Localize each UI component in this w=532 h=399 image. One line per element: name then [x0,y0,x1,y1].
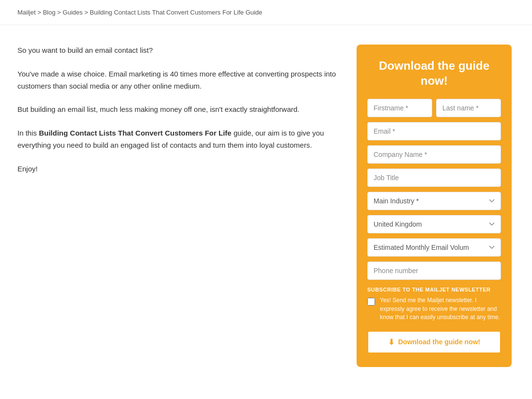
email-field [367,122,501,140]
download-button-label: Download the guide now! [398,338,481,346]
paragraph-4-prefix: In this [17,129,39,137]
newsletter-section: SUBSCRIBE TO THE MAILJET NEWSLETTER Yes!… [367,287,501,322]
firstname-field [367,99,432,117]
newsletter-checkbox-text: Yes! Send me the Mailjet newsletter. I e… [380,296,501,322]
firstname-input[interactable] [367,99,432,117]
download-button[interactable]: ⬇ Download the guide now! [367,331,501,353]
phone-input[interactable] [367,261,501,280]
email-input[interactable] [367,122,501,140]
newsletter-checkbox-row: Yes! Send me the Mailjet newsletter. I e… [367,296,501,322]
volume-field: Estimated Monthly Email Volum [367,238,501,257]
volume-select[interactable]: Estimated Monthly Email Volum [367,238,501,257]
job-input[interactable] [367,169,501,187]
company-input[interactable] [367,145,501,164]
breadcrumb-current: Building Contact Lists That Convert Cust… [90,9,262,16]
lastname-input[interactable] [436,99,501,117]
paragraph-4: In this Building Contact Lists That Conv… [17,127,337,152]
phone-field [367,261,501,280]
company-field [367,145,501,164]
breadcrumb: Mailjet > Blog > Guides > Building Conta… [0,0,532,25]
country-field: United Kingdom [367,215,501,233]
form-title: Download the guidenow! [367,58,501,88]
industry-select[interactable]: Main Industry * [367,192,501,210]
breadcrumb-guides[interactable]: Guides [63,9,82,16]
country-select[interactable]: United Kingdom [367,215,501,233]
paragraph-4-bold: Building Contact Lists That Convert Cust… [39,129,232,137]
newsletter-checkbox[interactable] [367,298,375,306]
sidebar-form: Download the guidenow! Main Industry * [357,45,512,367]
industry-field: Main Industry * [367,192,501,210]
main-content: So you want to build an email contact li… [17,45,337,186]
job-field [367,169,501,187]
paragraph-1: So you want to build an email contact li… [17,45,337,57]
paragraph-2: You've made a wise choice. Email marketi… [17,68,337,92]
download-icon: ⬇ [388,338,394,347]
lastname-field [436,99,501,117]
breadcrumb-blog[interactable]: Blog [43,9,55,16]
name-row [367,99,501,117]
breadcrumb-mailjet[interactable]: Mailjet [17,9,36,16]
newsletter-label: SUBSCRIBE TO THE MAILJET NEWSLETTER [367,287,501,292]
paragraph-5: Enjoy! [17,163,337,175]
paragraph-3: But building an email list, much less ma… [17,104,337,116]
